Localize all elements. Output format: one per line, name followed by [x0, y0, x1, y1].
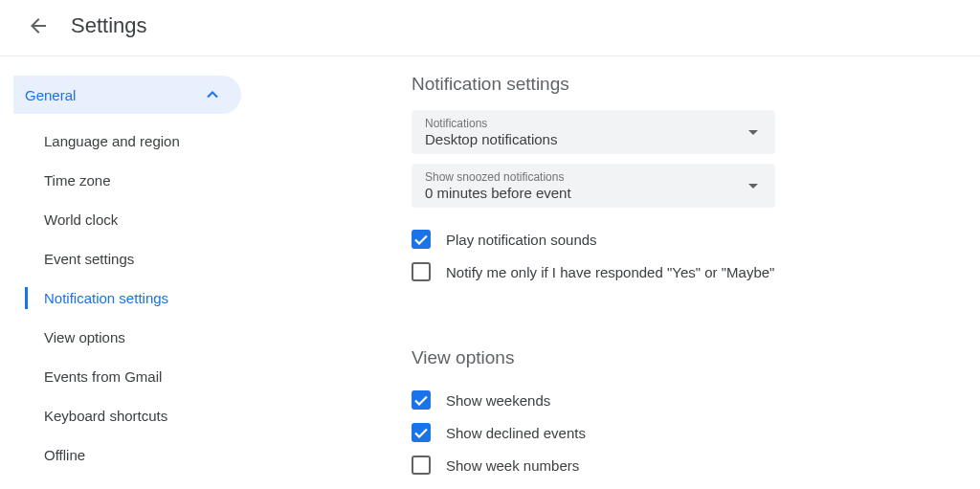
sidebar-group-label: General [25, 87, 76, 103]
play-sounds-checkbox-row[interactable]: Play notification sounds [412, 223, 980, 256]
show-declined-checkbox-row[interactable]: Show declined events [412, 416, 980, 449]
sidebar-item-event-settings[interactable]: Event settings [13, 239, 249, 278]
notification-section-title: Notification settings [412, 74, 980, 95]
snoozed-notifications-dropdown[interactable]: Show snoozed notifications 0 minutes bef… [412, 164, 775, 208]
sidebar-item-events-gmail[interactable]: Events from Gmail [13, 357, 249, 396]
sidebar: General Language and region Time zone Wo… [0, 56, 249, 481]
caret-down-icon [745, 177, 762, 194]
dropdown-label: Notifications [425, 117, 557, 130]
checkbox-checked-icon [412, 423, 431, 442]
checkbox-unchecked-icon [412, 262, 431, 281]
sidebar-item-time-zone[interactable]: Time zone [13, 161, 249, 200]
sidebar-item-world-clock[interactable]: World clock [13, 200, 249, 239]
notifications-dropdown[interactable]: Notifications Desktop notifications [412, 110, 775, 154]
checkbox-checked-icon [412, 390, 431, 410]
back-arrow-icon[interactable] [27, 14, 50, 37]
dropdown-label: Show snoozed notifications [425, 170, 571, 184]
page-title: Settings [71, 13, 147, 38]
chevron-up-icon [203, 85, 222, 104]
sidebar-item-keyboard-shortcuts[interactable]: Keyboard shortcuts [13, 396, 249, 435]
checkbox-unchecked-icon [412, 456, 431, 475]
checkbox-label: Play notification sounds [446, 232, 597, 248]
checkbox-label: Show week numbers [446, 457, 579, 474]
content: General Language and region Time zone Wo… [0, 56, 980, 481]
sidebar-item-offline[interactable]: Offline [13, 435, 249, 475]
sidebar-item-notification-settings[interactable]: Notification settings [13, 278, 249, 318]
dropdown-text: Notifications Desktop notifications [425, 117, 557, 147]
checkbox-label: Show declined events [446, 425, 586, 441]
sidebar-group-general[interactable]: General [13, 76, 241, 114]
sidebar-item-language-region[interactable]: Language and region [13, 122, 249, 161]
sidebar-item-view-options[interactable]: View options [13, 318, 249, 357]
notify-responded-checkbox-row[interactable]: Notify me only if I have responded "Yes"… [412, 256, 980, 288]
main-panel: Notification settings Notifications Desk… [249, 56, 980, 481]
caret-down-icon [745, 123, 762, 141]
dropdown-text: Show snoozed notifications 0 minutes bef… [425, 170, 571, 201]
show-week-numbers-checkbox-row[interactable]: Show week numbers [412, 449, 980, 481]
show-weekends-checkbox-row[interactable]: Show weekends [412, 384, 980, 416]
view-section-title: View options [412, 347, 980, 368]
checkbox-label: Notify me only if I have responded "Yes"… [446, 264, 774, 280]
header: Settings [0, 0, 980, 56]
dropdown-value: 0 minutes before event [425, 185, 571, 201]
checkbox-label: Show weekends [446, 392, 550, 409]
checkbox-checked-icon [412, 230, 431, 249]
dropdown-value: Desktop notifications [425, 131, 557, 147]
